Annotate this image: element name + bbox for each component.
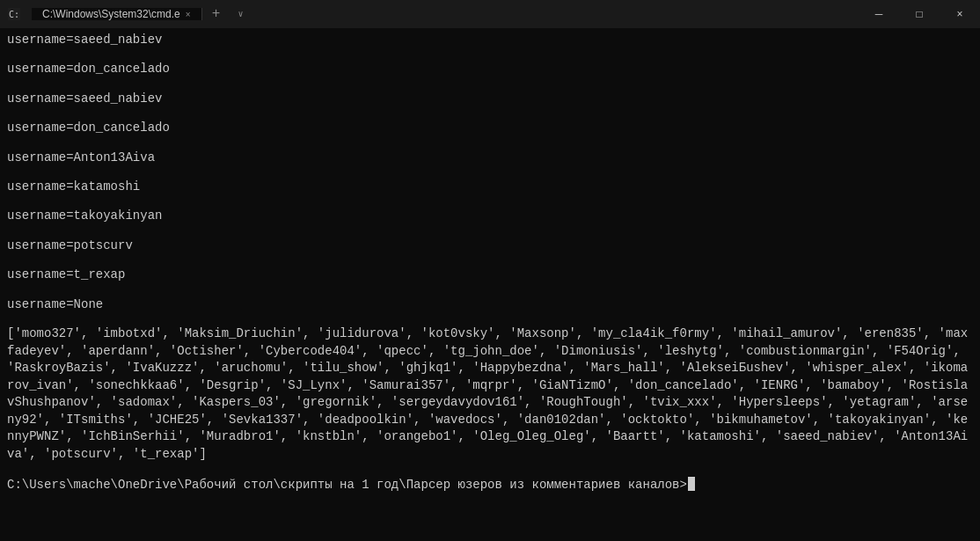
terminal-line	[7, 198, 973, 207]
terminal-line	[7, 168, 973, 177]
prompt-text: C:\Users\mache\OneDrive\Рабочий стол\скр…	[7, 477, 687, 494]
window: C: C:\Windows\System32\cmd.e × + ∨ ─ □ ×…	[0, 0, 980, 541]
terminal-line: username=Anton13Aiva	[7, 150, 973, 167]
minimize-button[interactable]: ─	[859, 0, 899, 28]
window-controls: ─ □ ×	[859, 0, 980, 28]
tab-close-button[interactable]: ×	[186, 10, 191, 19]
cursor	[688, 477, 695, 491]
title-bar-left: C: C:\Windows\System32\cmd.e × + ∨	[7, 6, 252, 22]
terminal-line	[7, 51, 973, 60]
terminal-line: username=None	[7, 296, 973, 314]
terminal-line: ['momo327', 'imbotxd', 'Maksim_Driuchin'…	[7, 325, 973, 464]
terminal-output[interactable]: username=saeed_nabievusername=don_cancel…	[0, 28, 980, 541]
tabs-container: C:\Windows\System32\cmd.e × + ∨	[32, 6, 252, 22]
close-button[interactable]: ×	[940, 0, 980, 28]
terminal-line	[7, 315, 973, 324]
terminal-line	[7, 227, 973, 236]
terminal-line: username=don_cancelado	[7, 120, 973, 137]
terminal-line	[7, 286, 973, 295]
terminal-line	[7, 139, 973, 148]
terminal-line: username=don_cancelado	[7, 61, 973, 78]
maximize-button[interactable]: □	[899, 0, 940, 28]
terminal-line: username=katamoshi	[7, 179, 973, 196]
svg-text:C:: C:	[9, 10, 19, 19]
terminal-line: username=t_rexap	[7, 267, 973, 284]
tab-cmd[interactable]: C:\Windows\System32\cmd.e ×	[32, 8, 202, 20]
tab-label: C:\Windows\System32\cmd.e	[42, 8, 180, 20]
terminal-line: username=takoyakinyan	[7, 208, 973, 225]
terminal-line	[7, 465, 973, 474]
cmd-icon: C:	[7, 7, 21, 21]
terminal-line	[7, 80, 973, 89]
terminal-line: username=potscurv	[7, 238, 973, 255]
terminal-line	[7, 256, 973, 265]
tab-dropdown-button[interactable]: ∨	[230, 9, 252, 19]
terminal-line	[7, 109, 973, 118]
terminal-line: username=saeed_nabiev	[7, 32, 973, 49]
new-tab-button[interactable]: +	[202, 6, 230, 22]
prompt-line[interactable]: C:\Users\mache\OneDrive\Рабочий стол\скр…	[7, 477, 973, 494]
terminal-line: username=saeed_nabiev	[7, 91, 973, 108]
title-bar: C: C:\Windows\System32\cmd.e × + ∨ ─ □ ×	[0, 0, 980, 28]
